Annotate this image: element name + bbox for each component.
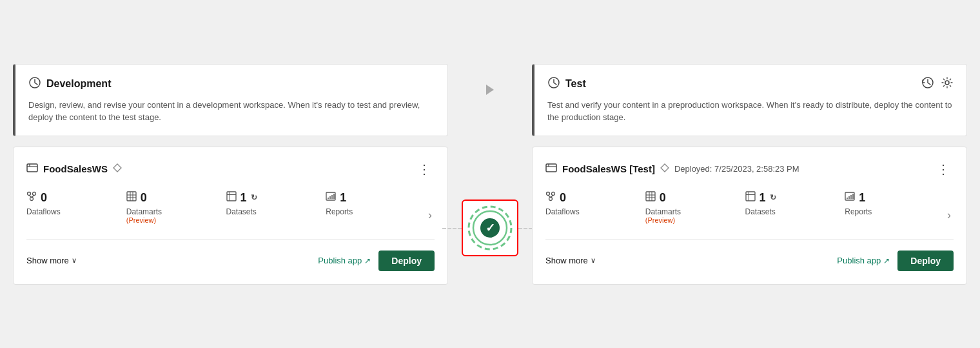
dev-workspace-card: FoodSalesWS ⋮: [13, 147, 448, 285]
dataset-icon: [226, 191, 237, 204]
test-datasets-label: Datasets: [745, 207, 776, 216]
test-datasets-value: 1: [760, 191, 766, 205]
dev-workspace-name-text: FoodSalesWS: [43, 163, 108, 174]
test-show-more-button[interactable]: Show more ∨: [545, 256, 596, 265]
dataflow-icon: [26, 191, 37, 204]
svg-point-31: [552, 192, 555, 196]
test-more-button[interactable]: ⋮: [933, 160, 954, 178]
svg-line-34: [551, 196, 553, 198]
test-workspace-name: FoodSalesWS [Test] Deployed: 7/25/2023, …: [545, 162, 799, 176]
connector-header-arrow: [448, 64, 532, 116]
dev-show-more-button[interactable]: Show more ∨: [26, 256, 77, 265]
dev-datasets-label: Datasets: [226, 207, 257, 216]
test-settings-button[interactable]: [941, 76, 954, 92]
test-datasets-refresh-icon: ↻: [770, 193, 776, 202]
test-publish-app-label: Publish app: [837, 256, 881, 265]
svg-point-6: [30, 198, 34, 201]
svg-rect-1: [27, 164, 37, 172]
test-footer-actions: Publish app ↗ Deploy: [837, 251, 954, 271]
dev-dataflows-label: Dataflows: [26, 207, 61, 216]
svg-rect-27: [546, 164, 556, 172]
connector-area: ✓: [448, 64, 532, 256]
dev-workspace-icon: [26, 162, 38, 176]
dev-footer-actions: Publish app ↗ Deploy: [318, 251, 435, 271]
dev-datamarts-metric: 0 Datamarts (Preview): [126, 191, 226, 224]
test-workspace-header: FoodSalesWS [Test] Deployed: 7/25/2023, …: [545, 160, 954, 178]
dev-reports-label: Reports: [326, 207, 353, 216]
development-stage: Development Design, review, and revise y…: [13, 64, 448, 285]
dev-datamarts-label: Datamarts: [126, 207, 162, 216]
test-show-more-label: Show more: [545, 256, 588, 265]
dev-metrics-row: 0 Dataflows: [26, 191, 426, 224]
test-workspace-icon: [545, 162, 557, 176]
development-desc: Design, review, and revise your content …: [28, 99, 435, 124]
test-metrics-row: 0 Dataflows: [545, 191, 945, 224]
dev-workspace-header: FoodSalesWS ⋮: [26, 160, 435, 178]
dev-datasets-value: 1: [240, 191, 247, 205]
deploy-circle-container: ✓: [467, 205, 513, 251]
dev-card-footer: Show more ∨ Publish app ↗ Deploy: [26, 240, 435, 271]
test-stage: Test: [532, 64, 967, 285]
dev-datasets-metric: 1 ↻ Datasets: [226, 191, 326, 216]
dev-diamond-icon: [113, 163, 122, 174]
dev-chevron-icon: ∨: [72, 256, 77, 265]
dev-reports-metric: 1 Reports: [326, 191, 426, 216]
test-dataflows-label: Dataflows: [545, 207, 580, 216]
pipeline-container: Development Design, review, and revise y…: [13, 64, 967, 285]
test-deploy-button[interactable]: Deploy: [897, 251, 954, 271]
test-publish-app-button[interactable]: Publish app ↗: [837, 256, 890, 265]
test-external-link-icon: ↗: [883, 256, 890, 265]
dev-deploy-button[interactable]: Deploy: [378, 251, 435, 271]
test-dataflow-icon: [545, 191, 556, 204]
dev-metrics-next[interactable]: ›: [426, 209, 435, 222]
svg-rect-35: [646, 192, 655, 201]
test-datamarts-value: 0: [660, 191, 666, 205]
dev-publish-app-label: Publish app: [318, 256, 362, 265]
dev-show-more-label: Show more: [26, 256, 69, 265]
dev-workspace-name: FoodSalesWS: [26, 162, 122, 176]
dev-datamarts-sublabel: (Preview): [126, 216, 156, 224]
svg-point-32: [549, 198, 553, 201]
dev-datasets-refresh-icon: ↻: [251, 193, 257, 202]
left-dashed-line: [442, 228, 462, 229]
development-stage-header: Development Design, review, and revise y…: [13, 64, 448, 136]
deploy-status-indicator: ✓: [462, 200, 518, 256]
right-arrow-icon: [486, 85, 494, 95]
svg-point-26: [945, 81, 949, 85]
svg-point-5: [33, 192, 36, 196]
dev-datamarts-value: 0: [141, 191, 147, 205]
test-diamond-icon: [660, 163, 669, 174]
svg-line-33: [548, 196, 551, 198]
test-chevron-icon: ∨: [591, 256, 596, 265]
test-workspace-name-text: FoodSalesWS [Test]: [562, 163, 655, 174]
test-dataset-icon: [745, 191, 756, 204]
test-datamarts-metric: 0 Datamarts (Preview): [645, 191, 745, 224]
svg-point-4: [28, 192, 31, 196]
test-header-actions: [921, 76, 954, 92]
test-datasets-metric: 1 ↻ Datasets: [745, 191, 845, 216]
svg-point-30: [547, 192, 550, 196]
test-history-button[interactable]: [921, 76, 934, 92]
deploy-check-icon: ✓: [480, 218, 500, 238]
svg-rect-14: [227, 192, 236, 201]
svg-line-8: [32, 196, 34, 198]
svg-rect-40: [746, 192, 755, 201]
test-datamarts-label: Datamarts: [645, 207, 681, 216]
dev-dataflows-metric: 0 Dataflows: [26, 191, 126, 216]
test-datamarts-sublabel: (Preview): [645, 216, 675, 224]
development-stage-icon: [28, 76, 41, 92]
dev-publish-app-button[interactable]: Publish app ↗: [318, 256, 371, 265]
test-stage-title: Test: [547, 76, 954, 92]
test-dataflows-value: 0: [560, 191, 566, 205]
test-dataflows-metric: 0 Dataflows: [545, 191, 645, 216]
test-reports-value: 1: [859, 191, 865, 205]
test-metrics-next[interactable]: ›: [945, 209, 954, 222]
test-stage-icon: [547, 76, 560, 92]
dev-more-button[interactable]: ⋮: [414, 160, 435, 178]
svg-line-7: [29, 196, 32, 198]
test-workspace-card: FoodSalesWS [Test] Deployed: 7/25/2023, …: [532, 147, 967, 285]
test-title-text: Test: [565, 78, 586, 90]
test-reports-metric: 1 Reports: [845, 191, 945, 216]
test-datamart-icon: [645, 191, 656, 204]
report-icon: [326, 191, 336, 204]
